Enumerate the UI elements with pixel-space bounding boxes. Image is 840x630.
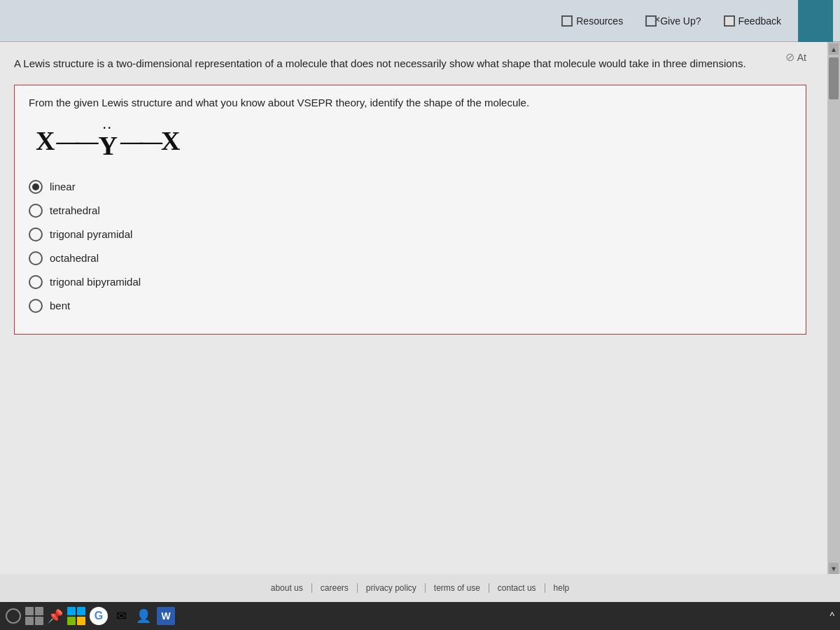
option-trigonal-bipyramidal[interactable]: trigonal bipyramidal <box>29 275 792 289</box>
feedback-label: Feedback <box>738 15 781 27</box>
top-bar-actions: Resources ✕ Give Up? Feedback <box>552 0 833 42</box>
taskbar-windows-icon[interactable] <box>67 607 85 625</box>
at-icon: ⊘ <box>785 50 794 64</box>
option-tetrahedral-label: tetrahedral <box>50 204 100 216</box>
option-linear-label: linear <box>50 181 76 192</box>
footer-careers[interactable]: careers <box>312 583 358 593</box>
give-up-icon: ✕ <box>645 15 657 27</box>
radio-bent[interactable] <box>29 299 43 313</box>
lewis-dash-left: —— <box>56 130 95 152</box>
give-up-button[interactable]: ✕ Give Up? <box>636 11 710 31</box>
options-list: linear tetrahedral trigonal pyramidal oc… <box>29 180 792 313</box>
scrollbar-track: ▲ ▼ <box>827 42 840 574</box>
taskbar-google-label: G <box>94 610 103 622</box>
lewis-x-left: X <box>36 127 55 154</box>
footer-help[interactable]: help <box>545 583 578 593</box>
footer-about-us[interactable]: about us <box>262 583 312 593</box>
option-tetrahedral[interactable]: tetrahedral <box>29 204 792 218</box>
resources-label: Resources <box>576 15 623 27</box>
taskbar-apps-icon[interactable] <box>25 607 43 625</box>
radio-linear-dot <box>32 183 39 190</box>
option-linear[interactable]: linear <box>29 180 792 194</box>
feedback-button[interactable]: Feedback <box>714 11 791 31</box>
radio-tetrahedral[interactable] <box>29 204 43 218</box>
lewis-diagram: X —— ·· Y —— X <box>36 122 792 159</box>
resources-icon <box>561 15 573 27</box>
content-panel: ⊘ At A Lewis structure is a two-dimensio… <box>0 42 827 574</box>
radio-octahedral[interactable] <box>29 251 43 265</box>
lewis-dash-right: —— <box>120 130 160 152</box>
top-bar: Resources ✕ Give Up? Feedback <box>0 0 840 42</box>
taskbar-chevron[interactable]: ^ <box>830 610 834 622</box>
footer-terms-of-use[interactable]: terms of use <box>426 583 489 593</box>
bottom-links: about us careers privacy policy terms of… <box>0 574 840 602</box>
question-text: From the given Lewis structure and what … <box>29 97 792 108</box>
option-bent-label: bent <box>50 300 70 312</box>
lewis-y-container: ·· Y <box>98 122 117 159</box>
content-wrapper: ⊘ At A Lewis structure is a two-dimensio… <box>0 42 840 574</box>
option-trigonal-pyramidal-label: trigonal pyramidal <box>50 228 132 240</box>
taskbar-word-label: W <box>161 610 170 622</box>
at-label: At <box>797 52 806 63</box>
lewis-x-right: X <box>161 127 180 154</box>
taskbar-chevron-label: ^ <box>830 610 834 622</box>
scrollbar-down-arrow[interactable]: ▼ <box>829 563 839 574</box>
taskbar-start-circle[interactable] <box>6 608 21 624</box>
option-trigonal-pyramidal[interactable]: trigonal pyramidal <box>29 227 792 241</box>
give-up-label: Give Up? <box>660 15 701 27</box>
question-box: From the given Lewis structure and what … <box>14 85 806 335</box>
footer-privacy-policy[interactable]: privacy policy <box>358 583 426 593</box>
radio-trigonal-bipyramidal[interactable] <box>29 275 43 289</box>
feedback-icon <box>724 15 735 27</box>
intro-text: A Lewis structure is a two-dimensional r… <box>14 56 806 72</box>
radio-linear[interactable] <box>29 180 43 194</box>
taskbar-pin-icon[interactable]: 📌 <box>48 607 63 625</box>
taskbar-person-icon[interactable]: 👤 <box>134 607 153 625</box>
option-trigonal-bipyramidal-label: trigonal bipyramidal <box>50 276 141 288</box>
at-button[interactable]: ⊘ At <box>785 50 806 64</box>
teal-accent-block <box>798 0 833 42</box>
option-octahedral-label: octahedral <box>50 252 99 264</box>
option-octahedral[interactable]: octahedral <box>29 251 792 265</box>
taskbar-mail-icon[interactable]: ✉ <box>112 607 130 625</box>
option-bent[interactable]: bent <box>29 299 792 313</box>
radio-trigonal-pyramidal[interactable] <box>29 227 43 241</box>
taskbar-word-icon[interactable]: W <box>157 607 175 625</box>
scrollbar-thumb[interactable] <box>829 57 839 99</box>
taskbar-google-icon[interactable]: G <box>90 607 108 625</box>
lewis-y-letter: Y <box>98 132 117 159</box>
footer-contact-us[interactable]: contact us <box>489 583 545 593</box>
taskbar: 📌 G ✉ 👤 W ^ <box>0 602 840 630</box>
resources-button[interactable]: Resources <box>552 11 633 31</box>
scrollbar-up-arrow[interactable]: ▲ <box>829 43 839 55</box>
